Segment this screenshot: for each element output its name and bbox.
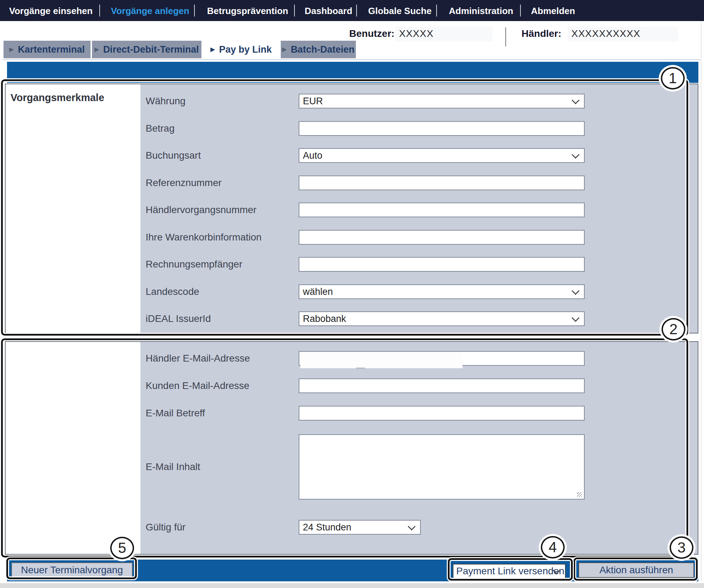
ideal-issuerid-label: iDEAL IssuerId [146, 311, 211, 326]
referenznummer-input[interactable] [299, 176, 585, 190]
warenkorbinformation-input[interactable] [299, 230, 585, 245]
select-value: Auto [303, 150, 323, 161]
neuer-terminalvorgang-button[interactable]: Neuer Terminalvorgang [11, 562, 133, 578]
waehrung-label: Währung [146, 94, 186, 108]
landescode-label: Landescode [146, 284, 199, 299]
email-betreff-label: E-Mail Betreff [146, 406, 205, 421]
nav-separator [194, 5, 195, 16]
gueltig-fuer-label: Gültig für [146, 520, 186, 535]
rechnungsempfaenger-label: Rechnungsempfänger [146, 257, 243, 272]
warenkorbinformation-label: Ihre Warenkorbinformation [146, 230, 261, 245]
aktion-ausfuehren-button[interactable]: Aktion ausführen [578, 562, 694, 578]
tab-label: Direct-Debit-Terminal [103, 44, 199, 55]
email-inhalt-textarea[interactable] [299, 434, 585, 500]
kunden-email-label: Kunden E-Mail-Adresse [146, 378, 250, 393]
select-value: Rabobank [303, 313, 346, 324]
tab-arrow-icon: ▶ [95, 46, 99, 53]
callout-3: 3 [670, 536, 693, 559]
tab-pay-by-link[interactable]: ▶ Pay by Link [203, 41, 279, 58]
referenznummer-label: Referenznummer [146, 176, 221, 190]
nav-item-administration[interactable]: Administration [449, 0, 513, 21]
tab-arrow-icon: ▶ [211, 46, 215, 53]
tab-batch-dateien[interactable]: ▶ Batch-Dateien [281, 41, 356, 58]
header-blue-bar [7, 62, 698, 83]
tab-arrow-icon: ▶ [282, 46, 286, 53]
aktion-select[interactable]: Payment Link versenden [453, 564, 566, 579]
haendler-value: XXXXXXXXXX [571, 27, 640, 40]
tab-label: Batch-Dateien [291, 44, 354, 55]
chevron-down-icon [572, 96, 580, 104]
redaction-overlay [300, 352, 463, 368]
haendler-label: Händler: [522, 27, 562, 40]
tab-underline [3, 59, 700, 60]
betrag-label: Betrag [146, 121, 175, 136]
callout-5: 5 [110, 537, 134, 559]
gueltig-fuer-select[interactable]: 24 Stunden [299, 520, 421, 535]
email-betreff-input[interactable] [299, 406, 585, 421]
select-value: 24 Stunden [303, 522, 351, 533]
select-value: wählen [303, 286, 333, 297]
redaction-artifact [356, 368, 365, 369]
callout-2: 2 [662, 318, 685, 341]
nav-separator [294, 5, 295, 16]
select-value: Payment Link versenden [456, 566, 564, 577]
callout-4: 4 [541, 536, 565, 559]
benutzer-value: XXXXX [399, 27, 433, 40]
tab-arrow-icon: ▶ [9, 46, 14, 53]
section-heading: Vorgangsmerkmale [11, 92, 104, 104]
rechnungsempfaenger-input[interactable] [299, 257, 585, 272]
email-inhalt-label: E-Mail Inhalt [146, 460, 200, 474]
nav-item-globale-suche[interactable]: Globale Suche [368, 0, 432, 21]
betrag-input[interactable] [299, 121, 585, 136]
select-value: EUR [303, 96, 323, 107]
nav-separator [356, 5, 357, 16]
tab-label: Pay by Link [219, 44, 272, 55]
tab-direct-debit-terminal[interactable]: ▶ Direct-Debit-Terminal [92, 41, 201, 58]
bottom-strip [0, 583, 704, 588]
benutzer-label: Benutzer: [349, 27, 394, 40]
tab-label: Kartenterminal [18, 44, 85, 55]
chevron-down-icon [572, 314, 580, 322]
top-navbar: Vorgänge einsehen Vorgänge anlegen Betru… [0, 0, 704, 21]
nav-item-betrugspraevention[interactable]: Betrugsprävention [207, 0, 288, 21]
haendler-email-label: Händler E-Mail-Adresse [146, 351, 250, 366]
nav-item-abmelden[interactable]: Abmelden [531, 0, 575, 21]
nav-separator [99, 5, 100, 16]
pay-by-link-page: Vorgänge einsehen Vorgänge anlegen Betru… [0, 0, 704, 588]
chevron-down-icon [408, 522, 416, 530]
chevron-down-icon [572, 287, 580, 295]
resize-grip-icon[interactable] [577, 492, 582, 497]
nav-item-vorgaenge-anlegen[interactable]: Vorgänge anlegen [111, 0, 189, 21]
chevron-down-icon [572, 151, 580, 159]
info-divider [505, 27, 506, 46]
nav-separator [436, 5, 437, 16]
ideal-issuerid-select[interactable]: Rabobank [299, 311, 585, 326]
page-edge-line [701, 22, 702, 581]
nav-separator [520, 5, 521, 16]
buchungsart-select[interactable]: Auto [299, 148, 585, 163]
tab-kartenterminal[interactable]: ▶ Kartenterminal [4, 41, 91, 58]
haendlervorgangsnummer-input[interactable] [299, 203, 585, 217]
haendlervorgangsnummer-label: Händlervorgangsnummer [146, 203, 257, 217]
kunden-email-input[interactable] [299, 378, 585, 393]
nav-item-dashboard[interactable]: Dashboard [305, 0, 352, 21]
nav-item-vorgaenge-einsehen[interactable]: Vorgänge einsehen [9, 0, 93, 21]
buchungsart-label: Buchungsart [146, 148, 201, 163]
callout-1: 1 [661, 67, 685, 90]
landescode-select[interactable]: wählen [299, 284, 585, 299]
waehrung-select[interactable]: EUR [299, 94, 585, 108]
